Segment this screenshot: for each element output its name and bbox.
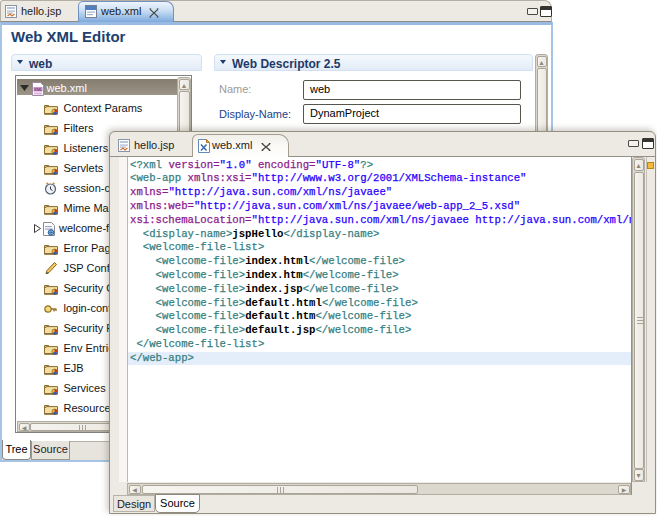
svg-text:XML: XML xyxy=(34,86,43,91)
